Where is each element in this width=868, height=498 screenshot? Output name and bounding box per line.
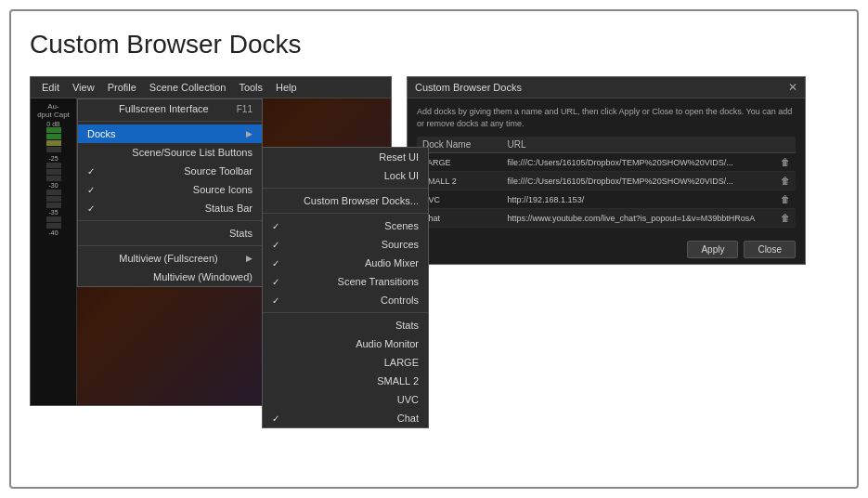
sep-1 [78,121,262,122]
content-area: Edit View Profile Scene Collection Tools… [30,76,838,406]
vol-bar-10 [46,203,61,208]
sub-audio-mixer[interactable]: Audio Mixer [263,254,428,272]
menu-help[interactable]: Help [270,80,303,95]
sub-audio-monitor[interactable]: Audio Monitor [263,334,428,353]
dialog-body: Add docks by giving them a name and URL,… [408,98,805,235]
col-actions [767,137,796,153]
audio-label: Au-dput Capt [32,102,74,119]
obs-menubar: Edit View Profile Scene Collection Tools… [31,77,391,98]
vol-num-2: -30 [48,182,58,189]
menu-edit[interactable]: Edit [36,80,65,95]
vol-num-4: -40 [48,229,58,236]
obs-window: Edit View Profile Scene Collection Tools… [30,76,392,406]
dock-name-uvc: UVC [417,190,502,209]
vol-bar-8 [46,190,61,195]
sub-sources[interactable]: Sources [263,235,428,254]
menu-item-status-bar[interactable]: Status Bar [78,199,262,217]
sub-scenes[interactable]: Scenes [263,216,428,235]
vol-num-3: -35 [48,209,58,216]
menu-view[interactable]: View [67,80,100,95]
docks-arrow: ▶ [246,129,253,138]
table-row: Chat https://www.youtube.com/live_chat?i… [417,209,796,228]
menu-profile[interactable]: Profile [102,80,142,95]
dropdown-docks-sub: Reset UI Lock UI Custom Browser Docks... [262,147,429,428]
sub-uvc[interactable]: UVC [263,390,428,409]
sub-chat[interactable]: Chat [263,409,428,427]
menu-item-multiview-windowed[interactable]: Multiview (Windowed) [78,268,262,286]
outer-container: Custom Browser Docks Edit View Profile S… [9,9,859,489]
apply-button[interactable]: Apply [687,241,738,258]
vol-bar-3 [46,140,61,146]
vol-num-1: -25 [48,155,58,162]
custom-browser-docks-dialog: Custom Browser Docks ✕ Add docks by givi… [407,76,806,265]
sep-3 [78,245,262,246]
vol-bar-5 [46,163,61,168]
menu-item-fullscreen[interactable]: Fullscreen Interface F11 [78,99,262,118]
volume-meter: -25 -30 -35 -40 [32,127,74,236]
menu-item-stats[interactable]: Stats [78,224,262,242]
sub-custom-browser-docks[interactable]: Custom Browser Docks... [263,191,428,210]
menu-scene-collection[interactable]: Scene Collection [144,80,232,95]
delete-small2-button[interactable]: 🗑 [767,172,796,190]
sub-sep-3 [263,312,428,313]
vol-bar-1 [46,127,61,133]
menu-item-scene-source[interactable]: Scene/Source List Buttons [78,143,262,162]
dialog-close-button[interactable]: ✕ [788,81,797,94]
vol-bar-12 [46,223,61,229]
obs-body: Au-dput Capt 0 dB -25 -30 [31,98,391,405]
dock-url-uvc: http://192.168.1.153/ [502,190,767,209]
dialog-title: Custom Browser Docks [415,82,522,93]
db-label: 0 dB [32,121,74,127]
dock-url-chat: https://www.youtube.com/live_chat?is_pop… [502,209,767,228]
menu-item-source-toolbar[interactable]: Source Toolbar [78,162,262,180]
dialog-description: Add docks by giving them a name and URL,… [417,106,796,129]
delete-large-button[interactable]: 🗑 [767,153,796,172]
obs-left-panel: Au-dput Capt 0 dB -25 -30 [31,98,77,405]
sub-controls[interactable]: Controls [263,291,428,309]
vol-bar-11 [46,216,61,222]
docks-table: Dock Name URL LARGE file:///C:/Users/161… [417,137,796,228]
col-dock-name: Dock Name [417,137,502,153]
menu-item-docks[interactable]: Docks ▶ [78,124,262,143]
dock-url-large: file:///C:/Users/16105/Dropbox/TEMP%20SH… [502,153,767,172]
dock-name-small2: SMALL 2 [417,172,502,190]
sub-lock-ui[interactable]: Lock UI [263,166,428,185]
page-title: Custom Browser Docks [30,30,838,59]
dock-name-chat: Chat [417,209,502,228]
sub-large[interactable]: LARGE [263,353,428,372]
sub-sep [263,188,428,189]
sub-small2[interactable]: SMALL 2 [263,372,428,390]
sub-stats[interactable]: Stats [263,316,428,334]
dialog-footer: Apply Close [408,235,805,264]
table-row: LARGE file:///C:/Users/16105/Dropbox/TEM… [417,153,796,172]
vol-bar-6 [46,169,61,175]
obs-dropdown-area: Fullscreen Interface F11 Docks ▶ Scene/S… [77,98,391,405]
dock-name-large: LARGE [417,153,502,172]
vol-bar-7 [46,176,61,181]
menu-item-source-icons[interactable]: Source Icons [78,180,262,199]
menu-tools[interactable]: Tools [233,80,268,95]
sub-sep-2 [263,213,428,214]
vol-bar-9 [46,196,61,202]
delete-uvc-button[interactable]: 🗑 [767,190,796,209]
dropdown-main: Fullscreen Interface F11 Docks ▶ Scene/S… [77,98,263,287]
sub-scene-transitions[interactable]: Scene Transitions [263,272,428,291]
menu-item-multiview-full[interactable]: Multiview (Fullscreen) ▶ [78,249,262,268]
close-button[interactable]: Close [744,241,796,258]
table-row: UVC http://192.168.1.153/ 🗑 [417,190,796,209]
sep-2 [78,220,262,221]
vol-bar-4 [46,147,61,152]
col-url: URL [502,137,767,153]
multiview-full-arrow: ▶ [246,254,253,263]
table-row: SMALL 2 file:///C:/Users/16105/Dropbox/T… [417,172,796,190]
dock-url-small2: file:///C:/Users/16105/Dropbox/TEMP%20SH… [502,172,767,190]
dialog-titlebar: Custom Browser Docks ✕ [408,77,805,98]
vol-bar-2 [46,134,61,139]
sub-reset-ui[interactable]: Reset UI [263,148,428,166]
delete-chat-button[interactable]: 🗑 [767,209,796,228]
